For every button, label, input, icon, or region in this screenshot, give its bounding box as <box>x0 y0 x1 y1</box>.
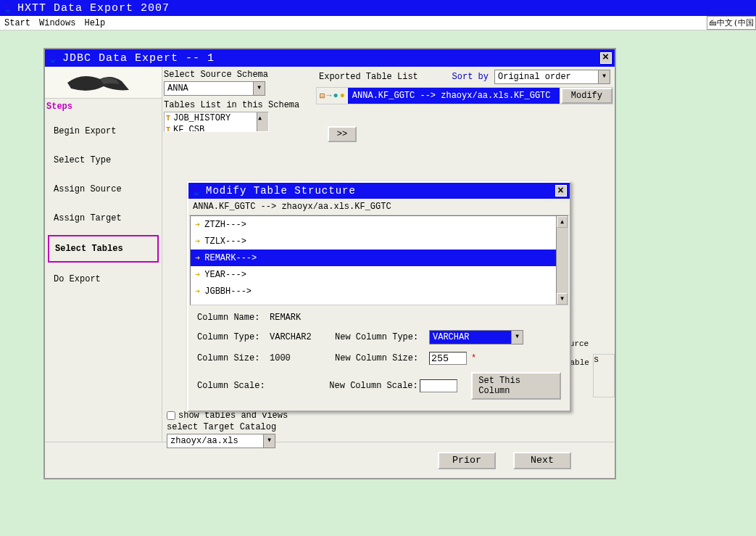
chevron-down-icon[interactable]: ▾ <box>253 82 265 95</box>
table-icon: T <box>166 115 170 123</box>
app-titlebar: HXTT Data Export 2007 <box>0 0 756 16</box>
new-type-select[interactable]: VARCHAR ▾ <box>429 330 523 345</box>
step-item[interactable]: Select Type <box>48 148 159 173</box>
column-row[interactable]: ➔ZTZH---> <box>191 216 568 233</box>
column-form: Column Name: REMARK Column Type: VARCHAR… <box>188 305 570 414</box>
step-item[interactable]: Begin Export <box>48 119 159 144</box>
catalog-select[interactable]: zhaoyx/aa.xls ▾ <box>167 434 275 448</box>
schema-select[interactable]: ANNA ▾ <box>164 81 265 96</box>
table-icon: T <box>166 126 170 133</box>
sort-select[interactable]: Original order ▾ <box>494 70 610 84</box>
arrow-icon: → <box>326 91 331 101</box>
step-item[interactable]: Select Tables <box>48 235 159 263</box>
step-item[interactable]: Assign Source <box>48 177 159 202</box>
new-scale-label: New Column Scale: <box>329 381 420 391</box>
exported-header: Exported Table List <box>319 72 418 82</box>
required-asterisk: * <box>471 353 476 363</box>
exported-row-text: ANNA.KF_GGTC --> zhaoyx/aa.xls.KF_GGTC <box>348 88 560 104</box>
chevron-down-icon[interactable]: ▾ <box>511 331 523 344</box>
menu-help[interactable]: Help <box>84 18 105 28</box>
collapse-icon[interactable]: ⊟ <box>320 91 325 102</box>
col-type-label: Column Type: <box>197 332 270 342</box>
expert-title: JDBC Data Expert -- 1 <box>62 52 215 65</box>
modal-title: Modify Table Structure <box>206 185 356 197</box>
new-scale-input[interactable] <box>420 379 457 392</box>
new-size-input[interactable] <box>429 352 467 365</box>
menu-windows[interactable]: Windows <box>39 18 75 28</box>
steps-header: Steps <box>45 99 162 115</box>
tables-listbox[interactable]: TJOB_HISTORY TKF_CSB ▴ <box>164 112 269 132</box>
close-icon[interactable]: × <box>600 52 612 64</box>
col-name-value: REMARK <box>270 313 335 323</box>
modal-titlebar: Modify Table Structure × <box>188 183 570 199</box>
steps-panel: Steps Begin ExportSelect TypeAssign Sour… <box>45 67 162 442</box>
new-size-label: New Column Size: <box>335 353 429 363</box>
language-indicator[interactable]: 🖮中文(中国 <box>707 16 756 30</box>
tables-label: Tables List in this Schema <box>164 100 313 110</box>
show-tables-checkbox[interactable] <box>167 411 175 420</box>
dot-icon: ● <box>333 91 338 101</box>
chevron-down-icon[interactable]: ▾ <box>598 70 610 83</box>
modify-table-modal: Modify Table Structure × ANNA.KF_GGTC --… <box>187 181 571 412</box>
catalog-label: select Target Catalog <box>167 422 322 432</box>
col-size-label: Column Size: <box>197 353 270 363</box>
arrow-right-icon: ➔ <box>195 219 200 230</box>
chevron-down-icon[interactable]: ▾ <box>263 434 275 448</box>
col-size-value: 1000 <box>270 353 335 363</box>
scroll-down-icon[interactable]: ▾ <box>557 293 568 305</box>
workspace: JDBC Data Expert -- 1 × Steps Begin Expo… <box>0 30 756 536</box>
arrow-right-icon: ➔ <box>195 236 200 247</box>
col-name-label: Column Name: <box>197 313 270 323</box>
close-icon[interactable]: × <box>555 185 567 197</box>
new-type-label: New Column Type: <box>335 332 429 342</box>
eagle-logo <box>45 67 162 99</box>
column-row[interactable]: ➔YEAR---> <box>191 266 568 283</box>
side-slot: s <box>593 354 615 397</box>
java-icon <box>48 53 58 63</box>
next-button[interactable]: Next <box>513 452 571 469</box>
col-scale-label: Column Scale: <box>197 381 267 391</box>
step-item[interactable]: Do Export <box>48 267 159 292</box>
prior-button[interactable]: Prior <box>438 452 496 469</box>
arrow-right-icon: ➔ <box>195 252 200 263</box>
schema-label: Select Source Schema <box>164 70 313 80</box>
expert-titlebar: JDBC Data Expert -- 1 × <box>45 49 615 67</box>
column-row[interactable]: ➔REMARK---> <box>191 250 568 266</box>
menubar: Start Windows Help <box>0 16 756 30</box>
set-column-button[interactable]: Set This Column <box>471 372 561 400</box>
menu-start[interactable]: Start <box>4 18 30 28</box>
column-row[interactable]: ➔JGBBH---> <box>191 283 568 300</box>
step-item[interactable]: Assign Target <box>48 206 159 231</box>
exported-row[interactable]: ⊟ → ● ● ANNA.KF_GGTC --> zhaoyx/aa.xls.K… <box>316 87 613 104</box>
scrollbar[interactable]: ▴ ▾ <box>556 216 568 305</box>
arrow-right-icon: ➔ <box>195 286 200 297</box>
modify-button[interactable]: Modify <box>561 88 612 104</box>
scroll-up-icon[interactable]: ▴ <box>557 216 568 228</box>
nav-bar: Prior Next <box>45 442 615 478</box>
arrow-right-icon: ➔ <box>195 269 200 280</box>
java-icon <box>191 186 202 196</box>
modal-path: ANNA.KF_GGTC --> zhaoyx/aa.xls.KF_GGTC <box>188 199 570 215</box>
app-title: HXTT Data Export 2007 <box>17 2 170 15</box>
transfer-button[interactable]: >> <box>328 126 357 142</box>
scrollbar[interactable]: ▴ <box>257 112 268 131</box>
column-list[interactable]: ➔ZTZH--->➔TZLX--->➔REMARK--->➔YEAR--->➔J… <box>190 215 568 305</box>
java-icon <box>3 3 13 13</box>
column-row[interactable]: ➔TZLX---> <box>191 233 568 250</box>
sort-by-label: Sort by <box>452 72 489 82</box>
dot-icon: ● <box>340 91 345 101</box>
col-type-value: VARCHAR2 <box>270 332 335 342</box>
